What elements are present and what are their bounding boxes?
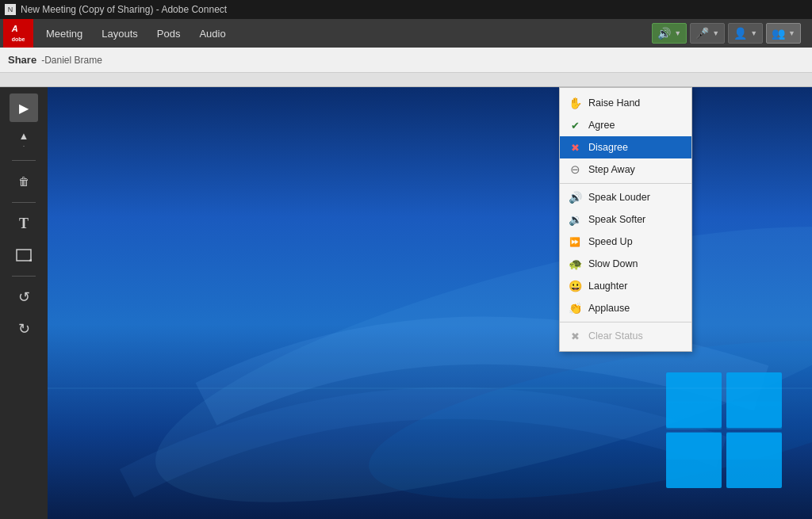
svg-rect-0: [17, 250, 31, 261]
speed-up-item[interactable]: ⏩ Speed Up: [560, 231, 691, 253]
laughter-icon: 😀: [568, 279, 582, 293]
user-toolbar-btn[interactable]: 👤 ▼: [728, 23, 763, 44]
speak-softer-icon: 🔉: [568, 212, 582, 227]
speak-softer-item[interactable]: 🔉 Speak Softer: [560, 208, 691, 231]
status-dropdown-menu: ✋ Raise Hand ✔ Agree ✖ Disagree ⊖ Step A…: [559, 87, 692, 352]
stamp-tool[interactable]: ▲ ·: [10, 125, 38, 154]
clear-status-item[interactable]: ✖ Clear Status: [560, 325, 691, 347]
disagree-icon: ✖: [568, 140, 582, 155]
menu-pods[interactable]: Pods: [147, 19, 190, 48]
menu-layouts[interactable]: Layouts: [92, 19, 147, 48]
audio-feedback-section: 🔊 Speak Louder 🔉 Speak Softer ⏩ Speed Up…: [560, 184, 691, 322]
cursor-tool[interactable]: ▶: [10, 93, 38, 122]
clear-status-label: Clear Status: [588, 330, 643, 342]
tool-divider-2: [12, 202, 36, 203]
applause-item[interactable]: 👏 Applause: [560, 297, 691, 319]
user-dropdown-arrow: ▼: [750, 29, 757, 37]
titlebar: N New Meeting (Copy of Sharing) - Adobe …: [0, 0, 812, 19]
audio-icon: 🔊: [657, 27, 671, 40]
slow-down-label: Slow Down: [588, 258, 638, 269]
status-toolbar-btn[interactable]: 👥 ▼: [766, 23, 801, 44]
laughter-label: Laughter: [588, 280, 627, 292]
redo-tool[interactable]: ↻: [10, 315, 38, 343]
applause-label: Applause: [588, 303, 630, 314]
mic-dropdown-arrow: ▼: [712, 29, 719, 37]
toolbar-strip: [0, 73, 812, 87]
text-tool[interactable]: T: [10, 209, 38, 238]
user-icon: 👤: [733, 27, 747, 40]
canvas-area: ✋ Raise Hand ✔ Agree ✖ Disagree ⊖ Step A…: [48, 87, 812, 519]
disagree-item[interactable]: ✖ Disagree: [560, 136, 691, 158]
mic-icon: 🎤: [695, 27, 709, 40]
raise-hand-label: Raise Hand: [588, 97, 640, 109]
svg-point-1: [29, 259, 32, 261]
tool-divider-3: [12, 276, 36, 277]
svg-rect-13: [726, 402, 782, 429]
share-label: Share: [8, 54, 36, 66]
speak-softer-label: Speak Softer: [588, 214, 645, 225]
speed-up-icon: ⏩: [568, 235, 582, 249]
svg-rect-11: [726, 432, 782, 460]
status-icon: 👥: [772, 27, 785, 40]
app-icon: N: [5, 4, 16, 15]
agree-label: Agree: [588, 120, 615, 131]
menu-audio[interactable]: Audio: [190, 19, 235, 48]
speed-up-label: Speed Up: [588, 236, 633, 247]
disagree-label: Disagree: [588, 142, 628, 153]
agree-icon: ✔: [568, 118, 582, 132]
applause-icon: 👏: [568, 301, 582, 315]
audio-dropdown-arrow: ▼: [674, 29, 681, 37]
main-content: ▶ ▲ · 🗑 T ↺ ↻: [0, 87, 812, 519]
raise-hand-icon: ✋: [568, 96, 582, 110]
status-section: ✋ Raise Hand ✔ Agree ✖ Disagree ⊖ Step A…: [560, 90, 691, 184]
speak-louder-item[interactable]: 🔊 Speak Louder: [560, 186, 691, 208]
agree-item[interactable]: ✔ Agree: [560, 114, 691, 136]
window-title: New Meeting (Copy of Sharing) - Adobe Co…: [21, 4, 227, 15]
menu-meeting[interactable]: Meeting: [36, 19, 92, 48]
adobe-logo: Adobe: [3, 19, 33, 48]
left-tool-panel: ▶ ▲ · 🗑 T ↺ ↻: [0, 87, 48, 519]
share-username: Daniel Brame: [44, 55, 102, 66]
speak-louder-label: Speak Louder: [588, 192, 650, 203]
status-dropdown-arrow: ▼: [788, 29, 795, 37]
menubar: Adobe Meeting Layouts Pods Audio 🔊 ▼ 🎤 ▼…: [0, 19, 812, 48]
raise-hand-item[interactable]: ✋ Raise Hand: [560, 92, 691, 114]
slow-down-item[interactable]: 🐢 Slow Down: [560, 253, 691, 275]
step-away-icon: ⊖: [568, 162, 582, 177]
svg-rect-12: [666, 402, 722, 429]
undo-tool[interactable]: ↺: [10, 283, 38, 311]
speak-louder-icon: 🔊: [568, 190, 582, 204]
clear-status-icon: ✖: [568, 329, 582, 343]
laughter-item[interactable]: 😀 Laughter: [560, 275, 691, 297]
rect-tool[interactable]: [10, 241, 38, 269]
svg-rect-10: [666, 432, 722, 460]
tool-divider-1: [12, 160, 36, 161]
audio-toolbar-btn[interactable]: 🔊 ▼: [652, 23, 687, 44]
mic-toolbar-btn[interactable]: 🎤 ▼: [690, 23, 725, 44]
step-away-label: Step Away: [588, 164, 635, 175]
clear-section: ✖ Clear Status: [560, 322, 691, 349]
sharebar: Share - Daniel Brame: [0, 48, 812, 73]
trash-tool[interactable]: 🗑: [10, 167, 38, 196]
step-away-item[interactable]: ⊖ Step Away: [560, 158, 691, 181]
slow-down-icon: 🐢: [568, 257, 582, 271]
